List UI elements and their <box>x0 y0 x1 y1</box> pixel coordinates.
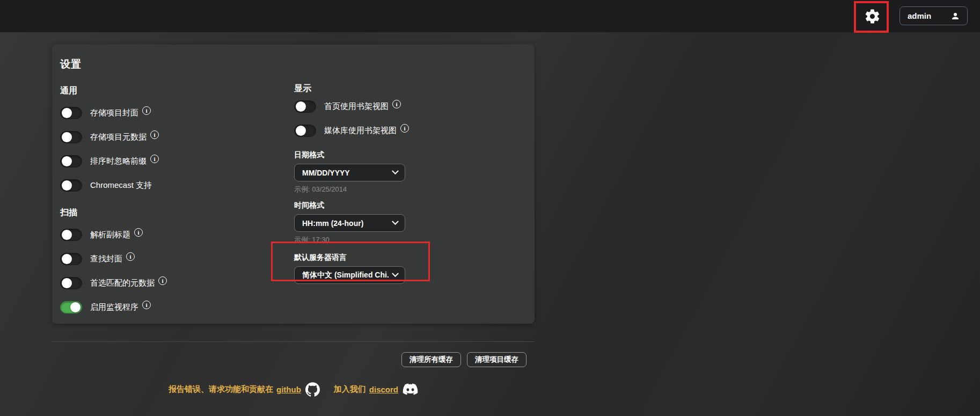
date-format-value: MM/DD/YYYY <box>302 169 350 177</box>
toggle-parse-subtitles[interactable] <box>60 229 82 241</box>
footer-join-text: 加入我们 <box>334 384 366 395</box>
setting-label: 存储项目元数据 <box>90 132 147 142</box>
user-menu-button[interactable]: admin <box>899 6 968 25</box>
date-format-example: 示例: 03/25/2014 <box>294 185 509 194</box>
time-format-example: 示例: 17:30 <box>294 235 509 245</box>
time-format-value: HH:mm (24-hour) <box>302 219 363 228</box>
setting-row: 存储项目封面i <box>60 101 286 125</box>
gear-icon <box>864 8 881 25</box>
setting-label: 媒体库使用书架视图 <box>324 126 397 136</box>
github-link[interactable]: github <box>276 385 301 394</box>
date-format-select[interactable]: MM/DD/YYYY <box>294 164 405 181</box>
toggle-knob <box>62 180 72 191</box>
setting-row: 首页使用书架视图i <box>294 94 509 119</box>
setting-label: 存储项目封面 <box>90 108 138 118</box>
info-icon[interactable]: i <box>150 155 159 163</box>
setting-label: 首选匹配的元数据 <box>90 278 155 288</box>
setting-row: 查找封面i <box>60 247 286 271</box>
toggle-knob <box>296 126 306 136</box>
setting-row: 存储项目元数据i <box>60 125 286 149</box>
toggle-knob <box>62 278 72 288</box>
section-general-header: 通用 <box>60 85 286 97</box>
github-icon[interactable] <box>305 382 320 397</box>
setting-label: 启用监视程序 <box>90 302 138 312</box>
purge-items-cache-button[interactable]: 清理项目缓存 <box>467 352 526 367</box>
setting-label: 查找封面 <box>90 254 122 264</box>
server-language-select[interactable]: 简体中文 (Simplified Chi... <box>294 266 405 284</box>
user-icon <box>950 11 961 21</box>
cache-actions: 清理所有缓存 清理项目缓存 <box>401 352 526 367</box>
info-icon[interactable]: i <box>142 301 151 309</box>
discord-icon[interactable] <box>403 383 418 396</box>
section-divider <box>52 341 535 342</box>
toggle-knob <box>296 101 306 112</box>
info-icon[interactable]: i <box>400 124 409 133</box>
setting-row: 启用监视程序i <box>60 295 286 319</box>
settings-right-column: 显示 首页使用书架视图i 媒体库使用书架视图i 日期格式 MM/DD/YYYY … <box>294 77 509 284</box>
section-display-header: 显示 <box>294 83 509 94</box>
time-format-select[interactable]: HH:mm (24-hour) <box>294 214 405 232</box>
setting-row: Chromecast 支持 <box>60 173 286 198</box>
settings-gear-button[interactable] <box>862 7 882 25</box>
settings-panel: 设置 通用 存储项目封面i 存储项目元数据i 排序时忽略前缀i Chromeca… <box>52 45 535 324</box>
toggle-prefer-matched-metadata[interactable] <box>60 277 82 289</box>
page-title: 设置 <box>60 57 286 71</box>
setting-row: 排序时忽略前缀i <box>60 149 286 173</box>
section-scanner-header: 扫描 <box>60 207 286 218</box>
toggle-ignore-prefix[interactable] <box>60 155 82 167</box>
toggle-home-bookshelf-view[interactable] <box>294 100 316 113</box>
date-format-label: 日期格式 <box>294 150 509 160</box>
toggle-knob <box>62 156 72 166</box>
info-icon[interactable]: i <box>150 130 159 139</box>
chevron-down-icon <box>392 218 399 225</box>
setting-row: 首选匹配的元数据i <box>60 271 286 295</box>
setting-row: 解析副标题i <box>60 223 286 247</box>
toggle-store-metadata[interactable] <box>60 131 82 143</box>
setting-label: 排序时忽略前缀 <box>90 156 147 166</box>
settings-left-column: 设置 通用 存储项目封面i 存储项目元数据i 排序时忽略前缀i Chromeca… <box>60 45 286 319</box>
info-icon[interactable]: i <box>134 228 143 237</box>
server-language-label: 默认服务器语言 <box>294 253 509 262</box>
time-format-group: 时间格式 HH:mm (24-hour) 示例: 17:30 <box>294 201 509 245</box>
toggle-knob <box>62 254 72 264</box>
footer: 报告错误、请求功能和贡献在 github 加入我们 discord <box>52 382 535 397</box>
info-icon[interactable]: i <box>158 276 167 285</box>
topbar: admin <box>0 0 980 32</box>
toggle-knob <box>70 302 81 312</box>
server-language-group: 默认服务器语言 简体中文 (Simplified Chi... <box>294 253 509 284</box>
server-language-value: 简体中文 (Simplified Chi... <box>302 271 389 280</box>
setting-label: 解析副标题 <box>90 230 130 240</box>
toggle-knob <box>62 108 72 118</box>
info-icon[interactable]: i <box>126 252 135 261</box>
setting-label: 首页使用书架视图 <box>324 101 389 112</box>
date-format-group: 日期格式 MM/DD/YYYY 示例: 03/25/2014 <box>294 150 509 194</box>
purge-all-cache-button[interactable]: 清理所有缓存 <box>401 352 461 367</box>
discord-link[interactable]: discord <box>369 385 398 394</box>
toggle-chromecast[interactable] <box>60 179 82 192</box>
chevron-down-icon <box>392 270 399 277</box>
footer-report-text: 报告错误、请求功能和贡献在 <box>169 384 273 395</box>
setting-row: 媒体库使用书架视图i <box>294 119 509 143</box>
setting-label: Chromecast 支持 <box>90 180 152 191</box>
toggle-library-bookshelf-view[interactable] <box>294 125 316 137</box>
info-icon[interactable]: i <box>392 100 401 108</box>
username-label: admin <box>908 11 931 20</box>
info-icon[interactable]: i <box>142 106 151 115</box>
time-format-label: 时间格式 <box>294 201 509 210</box>
toggle-knob <box>62 230 72 240</box>
toggle-find-covers[interactable] <box>60 253 82 265</box>
chevron-down-icon <box>392 167 399 174</box>
toggle-knob <box>62 132 72 142</box>
toggle-store-covers[interactable] <box>60 107 82 119</box>
toggle-enable-watcher[interactable] <box>60 301 82 313</box>
